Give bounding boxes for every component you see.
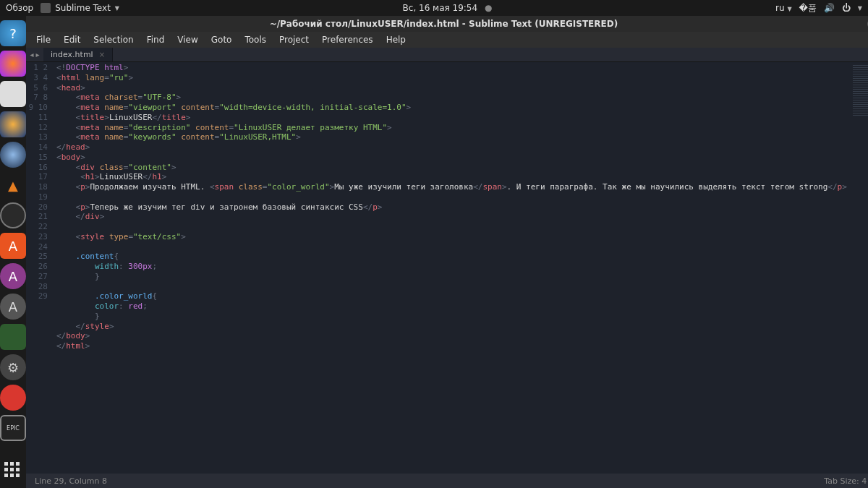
dock-epic-icon[interactable]: EPIC	[0, 415, 26, 441]
line-number: 29	[38, 291, 48, 301]
app-menu[interactable]: Sublime Text ▼	[41, 3, 119, 13]
line-number: 6	[43, 83, 48, 93]
apps-grid-icon	[4, 462, 22, 479]
minimap-preview	[853, 65, 868, 116]
line-number: 1	[33, 63, 38, 72]
activities-button[interactable]: Обзор	[6, 3, 33, 13]
power-icon[interactable]: ⏻	[842, 3, 851, 13]
minimap[interactable]	[850, 62, 868, 474]
dock-updater-icon[interactable]: A	[0, 294, 26, 320]
line-number: 21	[38, 212, 48, 221]
dock-software-alt-icon[interactable]: A	[0, 263, 26, 289]
volume-icon[interactable]: 🔊	[824, 3, 835, 13]
line-number: 26	[38, 262, 48, 271]
line-number: 9	[29, 103, 34, 112]
line-number: 18	[38, 182, 48, 192]
line-number: 8	[43, 93, 48, 102]
gnome-top-panel: Обзор Sublime Text ▼ Вс, 16 мая 19:54 ● …	[0, 0, 868, 16]
line-number: 24	[38, 242, 48, 252]
line-number: 5	[33, 83, 38, 93]
line-number: 12	[38, 123, 48, 132]
dock: ? ▲ A A A ⚙ EPIC	[0, 16, 26, 488]
dock-settings-icon[interactable]: ⚙	[0, 354, 26, 380]
line-number: 10	[38, 103, 48, 112]
line-number: 7	[33, 93, 38, 102]
line-number: 13	[38, 132, 48, 142]
menu-selection[interactable]: Selection	[88, 33, 139, 46]
dock-obs-2-icon[interactable]	[0, 202, 26, 228]
line-number: 19	[38, 192, 48, 202]
status-position[interactable]: Line 29, Column 8	[35, 476, 107, 486]
input-language[interactable]: ru ▼	[775, 3, 792, 13]
status-tabsize[interactable]: Tab Size: 4	[824, 476, 867, 486]
tab-close-icon[interactable]: ×	[99, 51, 105, 59]
menu-edit[interactable]: Edit	[58, 33, 86, 46]
notification-dot: ●	[485, 3, 492, 13]
dock-firefox-icon[interactable]	[0, 51, 26, 77]
code-area[interactable]: <!DOCTYPE html> <html lang="ru"> <head> …	[54, 62, 850, 474]
line-number: 27	[38, 272, 48, 281]
line-number: 25	[38, 252, 48, 261]
network-icon[interactable]: �품	[799, 2, 817, 14]
sublime-window: ~/Рабочий стол/LinuxUSER/index.html - Su…	[26, 16, 868, 488]
menu-file[interactable]: File	[30, 33, 56, 46]
line-number: 28	[38, 282, 48, 291]
line-number: 2	[43, 63, 48, 72]
menu-find[interactable]: Find	[141, 33, 171, 46]
line-number: 11	[38, 113, 48, 122]
menu-goto[interactable]: Goto	[205, 33, 238, 46]
dock-audacity-icon[interactable]	[0, 111, 26, 137]
tabbar: ◂ ▸ index.html × ▼	[26, 48, 868, 62]
app-menu-label: Sublime Text	[55, 3, 111, 13]
menu-view[interactable]: View	[171, 33, 203, 46]
menu-help[interactable]: Help	[380, 33, 412, 46]
dock-red-icon[interactable]	[0, 385, 26, 411]
menu-project[interactable]: Project	[273, 33, 315, 46]
gutter: 1 2 3 4 5 6 7 8 9 10 11 12 13 14 15 16 1…	[26, 62, 54, 474]
window-titlebar[interactable]: ~/Рабочий стол/LinuxUSER/index.html - Su…	[26, 16, 868, 32]
dock-show-apps[interactable]	[0, 458, 26, 484]
line-number: 4	[43, 73, 48, 82]
line-number: 14	[38, 142, 48, 152]
menu-tools[interactable]: Tools	[239, 33, 272, 46]
line-number: 20	[38, 202, 48, 212]
dock-help-icon[interactable]: ?	[0, 20, 26, 46]
line-number: 17	[38, 172, 48, 181]
statusbar: Line 29, Column 8 Tab Size: 4 HTML	[26, 474, 868, 488]
tab-index-html[interactable]: index.html ×	[43, 48, 113, 61]
line-number: 15	[38, 153, 48, 162]
chevron-down-icon: ▼	[787, 6, 791, 12]
dock-vlc-icon[interactable]: ▲	[0, 172, 26, 198]
dock-cpu-icon[interactable]	[0, 324, 26, 350]
menu-preferences[interactable]: Preferences	[316, 33, 379, 46]
tab-nav-arrows[interactable]: ◂ ▸	[26, 48, 43, 61]
window-title: ~/Рабочий стол/LinuxUSER/index.html - Su…	[26, 19, 861, 29]
chevron-down-icon: ▼	[858, 5, 862, 12]
line-number: 3	[33, 73, 38, 82]
dock-software-icon[interactable]: A	[0, 233, 26, 259]
line-number: 22	[38, 222, 48, 231]
tab-label: index.html	[51, 50, 93, 59]
sublime-icon	[41, 3, 51, 13]
dock-obs-icon[interactable]	[0, 142, 26, 168]
line-number: 16	[38, 163, 48, 172]
line-number: 23	[38, 232, 48, 241]
menubar: File Edit Selection Find View Goto Tools…	[26, 32, 868, 48]
clock[interactable]: Вс, 16 мая 19:54	[403, 3, 478, 13]
chevron-down-icon: ▼	[115, 5, 119, 12]
dock-files-icon[interactable]	[0, 81, 26, 107]
